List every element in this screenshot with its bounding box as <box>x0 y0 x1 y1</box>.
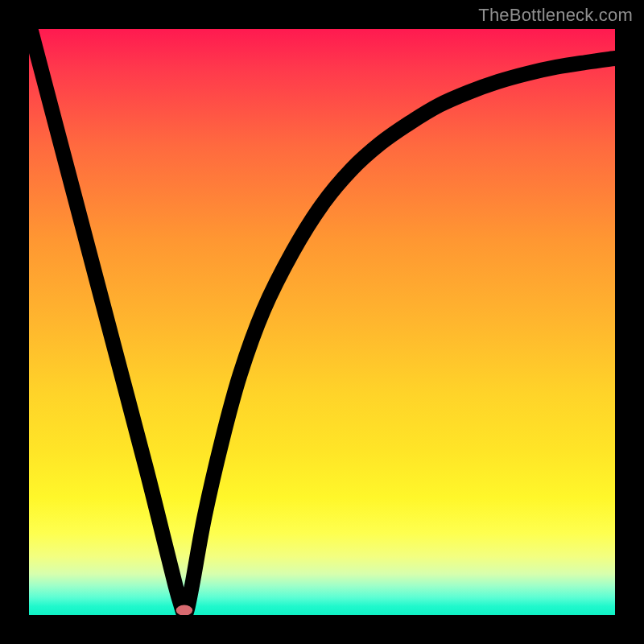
watermark-text: TheBottleneck.com <box>478 5 633 26</box>
chart-plot-area <box>29 29 615 615</box>
bottleneck-curve <box>29 29 615 614</box>
chart-svg <box>29 29 615 615</box>
chart-frame: TheBottleneck.com <box>0 0 644 644</box>
